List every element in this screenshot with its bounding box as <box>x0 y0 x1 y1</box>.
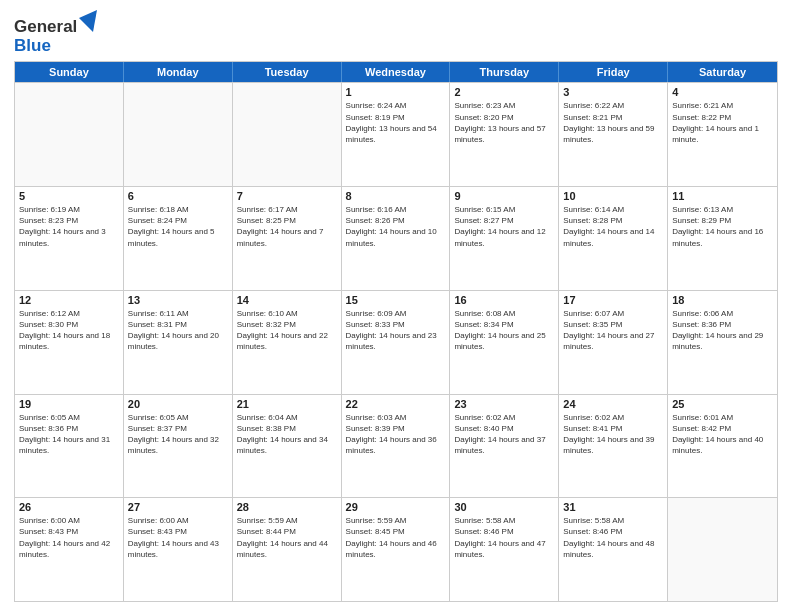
header-wednesday: Wednesday <box>342 62 451 82</box>
header-thursday: Thursday <box>450 62 559 82</box>
day-cell-21: 21Sunrise: 6:04 AMSunset: 8:38 PMDayligh… <box>233 395 342 498</box>
day-number-17: 17 <box>563 294 663 306</box>
day-number-10: 10 <box>563 190 663 202</box>
day-cell-11: 11Sunrise: 6:13 AMSunset: 8:29 PMDayligh… <box>668 187 777 290</box>
day-info-31: Sunrise: 5:58 AMSunset: 8:46 PMDaylight:… <box>563 515 663 560</box>
calendar-header-row: Sunday Monday Tuesday Wednesday Thursday… <box>15 62 777 82</box>
header: General Blue <box>14 10 778 55</box>
day-cell-6: 6Sunrise: 6:18 AMSunset: 8:24 PMDaylight… <box>124 187 233 290</box>
day-info-3: Sunrise: 6:22 AMSunset: 8:21 PMDaylight:… <box>563 100 663 145</box>
header-monday: Monday <box>124 62 233 82</box>
day-number-7: 7 <box>237 190 337 202</box>
day-number-13: 13 <box>128 294 228 306</box>
day-cell-7: 7Sunrise: 6:17 AMSunset: 8:25 PMDaylight… <box>233 187 342 290</box>
day-info-5: Sunrise: 6:19 AMSunset: 8:23 PMDaylight:… <box>19 204 119 249</box>
day-cell-empty <box>233 83 342 186</box>
day-cell-13: 13Sunrise: 6:11 AMSunset: 8:31 PMDayligh… <box>124 291 233 394</box>
day-cell-empty <box>668 498 777 601</box>
day-info-28: Sunrise: 5:59 AMSunset: 8:44 PMDaylight:… <box>237 515 337 560</box>
week-row-3: 12Sunrise: 6:12 AMSunset: 8:30 PMDayligh… <box>15 290 777 394</box>
day-cell-15: 15Sunrise: 6:09 AMSunset: 8:33 PMDayligh… <box>342 291 451 394</box>
day-cell-22: 22Sunrise: 6:03 AMSunset: 8:39 PMDayligh… <box>342 395 451 498</box>
day-number-22: 22 <box>346 398 446 410</box>
day-cell-23: 23Sunrise: 6:02 AMSunset: 8:40 PMDayligh… <box>450 395 559 498</box>
day-cell-3: 3Sunrise: 6:22 AMSunset: 8:21 PMDaylight… <box>559 83 668 186</box>
day-info-15: Sunrise: 6:09 AMSunset: 8:33 PMDaylight:… <box>346 308 446 353</box>
day-cell-27: 27Sunrise: 6:00 AMSunset: 8:43 PMDayligh… <box>124 498 233 601</box>
day-info-2: Sunrise: 6:23 AMSunset: 8:20 PMDaylight:… <box>454 100 554 145</box>
day-info-23: Sunrise: 6:02 AMSunset: 8:40 PMDaylight:… <box>454 412 554 457</box>
day-cell-4: 4Sunrise: 6:21 AMSunset: 8:22 PMDaylight… <box>668 83 777 186</box>
day-number-23: 23 <box>454 398 554 410</box>
day-info-18: Sunrise: 6:06 AMSunset: 8:36 PMDaylight:… <box>672 308 773 353</box>
svg-marker-0 <box>79 10 97 32</box>
day-number-31: 31 <box>563 501 663 513</box>
day-number-4: 4 <box>672 86 773 98</box>
header-tuesday: Tuesday <box>233 62 342 82</box>
day-info-14: Sunrise: 6:10 AMSunset: 8:32 PMDaylight:… <box>237 308 337 353</box>
day-info-21: Sunrise: 6:04 AMSunset: 8:38 PMDaylight:… <box>237 412 337 457</box>
day-number-20: 20 <box>128 398 228 410</box>
day-number-24: 24 <box>563 398 663 410</box>
day-cell-empty <box>124 83 233 186</box>
day-info-4: Sunrise: 6:21 AMSunset: 8:22 PMDaylight:… <box>672 100 773 145</box>
day-number-26: 26 <box>19 501 119 513</box>
day-info-17: Sunrise: 6:07 AMSunset: 8:35 PMDaylight:… <box>563 308 663 353</box>
logo: General Blue <box>14 10 97 55</box>
day-cell-28: 28Sunrise: 5:59 AMSunset: 8:44 PMDayligh… <box>233 498 342 601</box>
day-cell-31: 31Sunrise: 5:58 AMSunset: 8:46 PMDayligh… <box>559 498 668 601</box>
day-cell-8: 8Sunrise: 6:16 AMSunset: 8:26 PMDaylight… <box>342 187 451 290</box>
logo-bird-icon <box>79 10 97 32</box>
day-cell-20: 20Sunrise: 6:05 AMSunset: 8:37 PMDayligh… <box>124 395 233 498</box>
day-number-1: 1 <box>346 86 446 98</box>
day-cell-5: 5Sunrise: 6:19 AMSunset: 8:23 PMDaylight… <box>15 187 124 290</box>
day-info-9: Sunrise: 6:15 AMSunset: 8:27 PMDaylight:… <box>454 204 554 249</box>
day-cell-16: 16Sunrise: 6:08 AMSunset: 8:34 PMDayligh… <box>450 291 559 394</box>
day-number-29: 29 <box>346 501 446 513</box>
day-info-25: Sunrise: 6:01 AMSunset: 8:42 PMDaylight:… <box>672 412 773 457</box>
calendar-body: 1Sunrise: 6:24 AMSunset: 8:19 PMDaylight… <box>15 82 777 601</box>
day-info-1: Sunrise: 6:24 AMSunset: 8:19 PMDaylight:… <box>346 100 446 145</box>
day-cell-18: 18Sunrise: 6:06 AMSunset: 8:36 PMDayligh… <box>668 291 777 394</box>
day-info-22: Sunrise: 6:03 AMSunset: 8:39 PMDaylight:… <box>346 412 446 457</box>
day-info-20: Sunrise: 6:05 AMSunset: 8:37 PMDaylight:… <box>128 412 228 457</box>
header-saturday: Saturday <box>668 62 777 82</box>
day-cell-19: 19Sunrise: 6:05 AMSunset: 8:36 PMDayligh… <box>15 395 124 498</box>
day-number-3: 3 <box>563 86 663 98</box>
header-sunday: Sunday <box>15 62 124 82</box>
day-info-29: Sunrise: 5:59 AMSunset: 8:45 PMDaylight:… <box>346 515 446 560</box>
day-cell-10: 10Sunrise: 6:14 AMSunset: 8:28 PMDayligh… <box>559 187 668 290</box>
day-number-18: 18 <box>672 294 773 306</box>
day-info-12: Sunrise: 6:12 AMSunset: 8:30 PMDaylight:… <box>19 308 119 353</box>
day-cell-12: 12Sunrise: 6:12 AMSunset: 8:30 PMDayligh… <box>15 291 124 394</box>
day-number-5: 5 <box>19 190 119 202</box>
day-cell-24: 24Sunrise: 6:02 AMSunset: 8:41 PMDayligh… <box>559 395 668 498</box>
day-number-15: 15 <box>346 294 446 306</box>
day-info-13: Sunrise: 6:11 AMSunset: 8:31 PMDaylight:… <box>128 308 228 353</box>
day-cell-2: 2Sunrise: 6:23 AMSunset: 8:20 PMDaylight… <box>450 83 559 186</box>
header-friday: Friday <box>559 62 668 82</box>
day-cell-26: 26Sunrise: 6:00 AMSunset: 8:43 PMDayligh… <box>15 498 124 601</box>
day-cell-14: 14Sunrise: 6:10 AMSunset: 8:32 PMDayligh… <box>233 291 342 394</box>
day-info-10: Sunrise: 6:14 AMSunset: 8:28 PMDaylight:… <box>563 204 663 249</box>
day-number-9: 9 <box>454 190 554 202</box>
day-cell-25: 25Sunrise: 6:01 AMSunset: 8:42 PMDayligh… <box>668 395 777 498</box>
day-number-16: 16 <box>454 294 554 306</box>
day-info-6: Sunrise: 6:18 AMSunset: 8:24 PMDaylight:… <box>128 204 228 249</box>
day-info-8: Sunrise: 6:16 AMSunset: 8:26 PMDaylight:… <box>346 204 446 249</box>
week-row-1: 1Sunrise: 6:24 AMSunset: 8:19 PMDaylight… <box>15 82 777 186</box>
day-info-30: Sunrise: 5:58 AMSunset: 8:46 PMDaylight:… <box>454 515 554 560</box>
day-info-24: Sunrise: 6:02 AMSunset: 8:41 PMDaylight:… <box>563 412 663 457</box>
day-number-30: 30 <box>454 501 554 513</box>
day-cell-empty <box>15 83 124 186</box>
day-cell-17: 17Sunrise: 6:07 AMSunset: 8:35 PMDayligh… <box>559 291 668 394</box>
week-row-5: 26Sunrise: 6:00 AMSunset: 8:43 PMDayligh… <box>15 497 777 601</box>
logo-general: General <box>14 17 77 36</box>
page: General Blue Sunday Monday Tuesday Wedne… <box>0 0 792 612</box>
week-row-2: 5Sunrise: 6:19 AMSunset: 8:23 PMDaylight… <box>15 186 777 290</box>
day-info-11: Sunrise: 6:13 AMSunset: 8:29 PMDaylight:… <box>672 204 773 249</box>
day-number-11: 11 <box>672 190 773 202</box>
day-number-21: 21 <box>237 398 337 410</box>
day-number-25: 25 <box>672 398 773 410</box>
day-number-12: 12 <box>19 294 119 306</box>
